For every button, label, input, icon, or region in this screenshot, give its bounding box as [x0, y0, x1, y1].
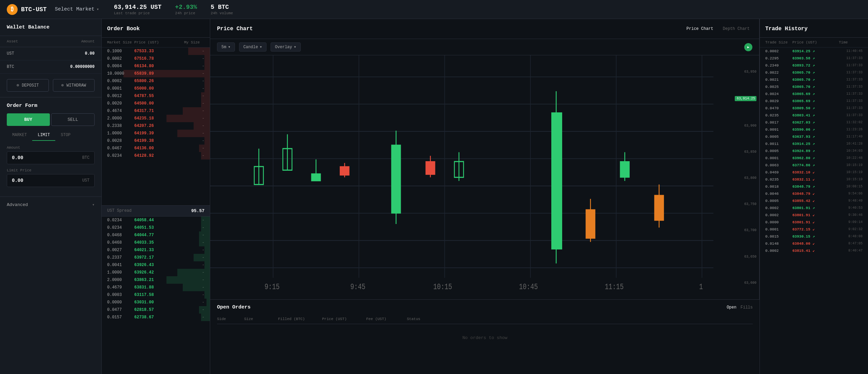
ob-bid-price: 63972.17	[134, 255, 184, 260]
ob-bid-price: 63031.00	[134, 300, 184, 305]
ob-ask-row[interactable]: 0.233864207.26-	[102, 122, 210, 130]
th-trade-size: 0.2349	[765, 63, 792, 68]
ob-bid-size: 2.0000	[107, 278, 134, 282]
oo-tab-open[interactable]: Open	[727, 305, 736, 310]
ob-ask-row[interactable]: 0.467464317.71-	[102, 107, 210, 115]
select-market-button[interactable]: Select Market ▾	[55, 6, 99, 12]
ob-bid-row[interactable]: 0.015762738.67-	[102, 314, 210, 321]
ob-ask-row[interactable]: 0.023464128.92-	[102, 152, 210, 160]
th-trade-size: 0.2295	[765, 56, 792, 60]
sell-tab[interactable]: SELL	[51, 113, 95, 126]
ob-ask-row[interactable]: 0.002064500.00-	[102, 100, 210, 107]
ob-bid-my: -	[184, 270, 204, 275]
ob-ask-size: 0.0020	[107, 101, 134, 106]
ob-bid-row[interactable]: 0.023464051.53-	[102, 224, 210, 231]
th-price: 63809.50 ↗	[792, 106, 839, 110]
th-price: 63801.91 ↙	[792, 220, 839, 224]
ob-ask-row[interactable]: 10.000065839.89-	[102, 70, 210, 77]
spread-value: 95.57	[191, 208, 204, 213]
chart-and-orders: Price Chart Price Chart Depth Chart 5m ▾…	[210, 19, 760, 374]
ob-bid-my: -	[184, 293, 204, 297]
tab-stop[interactable]: STOP	[55, 130, 76, 141]
ob-ask-row[interactable]: 0.001264787.55-	[102, 92, 210, 100]
ob-ask-row[interactable]: 0.000265800.26-	[102, 77, 210, 85]
ob-bid-row[interactable]: 0.002764021.33-	[102, 246, 210, 254]
order-book-title: Order Book	[102, 19, 210, 38]
oo-title: Open Orders	[217, 304, 251, 310]
ob-bid-row[interactable]: 0.046864044.77-	[102, 231, 210, 239]
withdraw-button[interactable]: ⊙ WITHDRAW	[53, 79, 95, 92]
chart-type-selector[interactable]: Candle ▾	[239, 42, 267, 52]
th-row: 0.000263914.25 ↗11:40:45	[760, 48, 868, 55]
advanced-section[interactable]: Advanced ▾	[0, 197, 101, 213]
ob-ask-my: -	[184, 101, 204, 106]
ob-bid-row[interactable]: 0.233763972.17-	[102, 254, 210, 261]
oo-col-filled: Filled (BTC)	[278, 317, 322, 321]
ob-ask-row[interactable]: 0.000466134.80-	[102, 62, 210, 70]
ob-bid-row[interactable]: 0.023464058.44-	[102, 217, 210, 224]
svg-rect-25	[426, 162, 435, 174]
ob-bid-row[interactable]: 0.004163926.43-	[102, 261, 210, 269]
th-trade-size: 0.0011	[765, 142, 792, 146]
ob-bid-row[interactable]: 0.000063031.00-	[102, 299, 210, 306]
ob-bid-row[interactable]: 2.000063863.21-	[102, 276, 210, 284]
ob-bid-row[interactable]: 1.000063926.42-	[102, 269, 210, 276]
amount-input[interactable]: 0.00 BTC	[7, 151, 95, 164]
ob-ask-row[interactable]: 1.000064199.39-	[102, 130, 210, 137]
ob-bid-price: 64033.35	[134, 240, 184, 245]
ob-ask-row[interactable]: 0.002864199.38-	[102, 137, 210, 145]
th-row: 0.023563803.41 ↗11:37:33	[760, 112, 868, 119]
buy-sell-tabs: BUY SELL	[7, 113, 95, 126]
ob-ask-my: -	[184, 94, 204, 98]
ob-ask-row[interactable]: 0.000267516.78-	[102, 55, 210, 62]
play-button[interactable]: ▶	[744, 43, 752, 51]
tab-market[interactable]: MARKET	[7, 130, 32, 141]
th-row: 0.000563855.42 ↙9:48:49	[760, 197, 868, 204]
th-price: 63848.79 ↙	[792, 191, 839, 196]
price-24h-stat: +2.93% 24h price	[175, 4, 197, 15]
order-type-tabs: MARKET LIMIT STOP	[7, 130, 95, 141]
buy-tab[interactable]: BUY	[7, 113, 50, 126]
ob-ask-size: 0.0467	[107, 146, 134, 151]
wallet-col-asset: Asset	[7, 39, 18, 43]
ob-bid-row[interactable]: 0.046864033.35-	[102, 239, 210, 246]
ob-ask-row[interactable]: 0.000165000.00-	[102, 85, 210, 92]
deposit-button[interactable]: ⊙ DEPOSIT	[7, 79, 49, 92]
price-24h-value: +2.93%	[175, 4, 197, 11]
trade-history-panel: Trade History Trade Size Price (UST) Tim…	[760, 19, 868, 374]
svg-rect-19	[312, 174, 321, 181]
ob-bid-row[interactable]: 0.467963831.88-	[102, 284, 210, 291]
ob-ask-price: 64199.39	[134, 131, 184, 136]
ob-bid-price: 63117.58	[134, 293, 184, 297]
ob-ask-my: -	[184, 79, 204, 83]
interval-selector[interactable]: 5m ▾	[217, 42, 235, 52]
ob-ask-row[interactable]: 0.100067533.33-	[102, 48, 210, 55]
amount-group: Amount 0.00 BTC	[7, 146, 95, 164]
ob-ask-price: 64128.92	[134, 153, 184, 158]
limit-price-input[interactable]: 0.00 UST	[7, 174, 95, 187]
svg-rect-23	[392, 145, 401, 213]
th-time: 9:30:46	[839, 213, 863, 217]
ob-ask-price: 64500.00	[134, 101, 184, 106]
overlay-selector[interactable]: Overlay ▾	[271, 42, 301, 52]
ob-ask-row[interactable]: 2.000064235.18-	[102, 115, 210, 122]
ob-bid-row[interactable]: 0.047762818.57-	[102, 306, 210, 314]
oo-tabs: Open Fills	[727, 305, 753, 310]
tab-depth-chart[interactable]: Depth Chart	[720, 25, 752, 33]
spread-label: UST Spread	[107, 208, 132, 213]
ob-bid-row[interactable]: 0.000363117.58-	[102, 291, 210, 299]
ob-ask-size: 1.0000	[107, 131, 134, 136]
ob-ask-row[interactable]: 0.046764136.00-	[102, 145, 210, 152]
ob-ask-size: 0.0012	[107, 94, 134, 98]
order-form-section: Order Form BUY SELL MARKET LIMIT STOP Am…	[0, 97, 101, 197]
svg-text:10:45: 10:45	[519, 282, 538, 292]
tab-price-chart[interactable]: Price Chart	[684, 25, 716, 33]
th-time: 11:37:33	[839, 92, 863, 96]
tab-limit[interactable]: LIMIT	[32, 130, 55, 141]
oo-tab-fills[interactable]: Fills	[741, 305, 753, 310]
th-price: 63772.15 ↙	[792, 227, 839, 231]
ob-bid-size: 0.0000	[107, 300, 134, 305]
price-level-5: 63,750	[735, 202, 756, 206]
top-bar: ₿ BTC-UST Select Market ▾ 63,914.25 UST …	[0, 0, 868, 19]
ob-ask-size: 0.4674	[107, 109, 134, 113]
